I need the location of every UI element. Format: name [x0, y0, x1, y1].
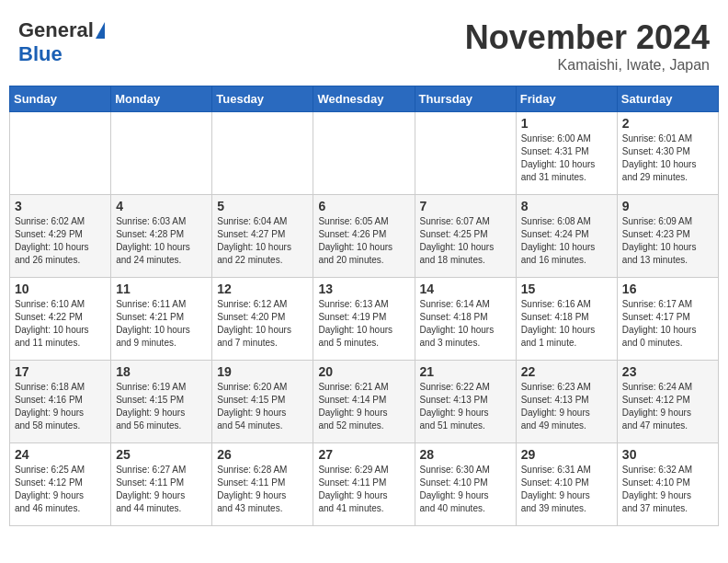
day-cell: 7Sunrise: 6:07 AM Sunset: 4:25 PM Daylig… — [415, 195, 516, 278]
day-number: 21 — [420, 364, 511, 379]
day-info: Sunrise: 6:19 AM Sunset: 4:15 PM Dayligh… — [116, 381, 207, 432]
day-info: Sunrise: 6:22 AM Sunset: 4:13 PM Dayligh… — [420, 381, 511, 432]
day-info: Sunrise: 6:13 AM Sunset: 4:19 PM Dayligh… — [318, 298, 409, 350]
day-cell: 29Sunrise: 6:31 AM Sunset: 4:10 PM Dayli… — [516, 443, 617, 526]
day-number: 22 — [521, 364, 612, 379]
day-cell: 12Sunrise: 6:12 AM Sunset: 4:20 PM Dayli… — [212, 278, 313, 361]
weekday-header-thursday: Thursday — [415, 86, 516, 112]
day-number: 29 — [521, 447, 612, 462]
day-info: Sunrise: 6:17 AM Sunset: 4:17 PM Dayligh… — [622, 298, 713, 350]
day-number: 15 — [521, 282, 612, 296]
day-cell: 6Sunrise: 6:05 AM Sunset: 4:26 PM Daylig… — [313, 195, 415, 278]
day-info: Sunrise: 6:01 AM Sunset: 4:30 PM Dayligh… — [622, 132, 713, 184]
day-number: 26 — [217, 447, 308, 462]
week-row-1: 1Sunrise: 6:00 AM Sunset: 4:31 PM Daylig… — [10, 112, 719, 195]
day-number: 27 — [318, 447, 409, 462]
weekday-header-saturday: Saturday — [617, 86, 718, 112]
day-info: Sunrise: 6:12 AM Sunset: 4:20 PM Dayligh… — [217, 298, 308, 350]
day-info: Sunrise: 6:11 AM Sunset: 4:21 PM Dayligh… — [116, 298, 207, 350]
title-block: November 2024 Kamaishi, Iwate, Japan — [465, 18, 710, 74]
week-row-4: 17Sunrise: 6:18 AM Sunset: 4:16 PM Dayli… — [10, 361, 719, 443]
day-info: Sunrise: 6:00 AM Sunset: 4:31 PM Dayligh… — [521, 132, 612, 184]
day-cell: 19Sunrise: 6:20 AM Sunset: 4:15 PM Dayli… — [212, 361, 313, 443]
week-row-3: 10Sunrise: 6:10 AM Sunset: 4:22 PM Dayli… — [10, 278, 719, 361]
day-number: 8 — [521, 199, 612, 213]
day-info: Sunrise: 6:09 AM Sunset: 4:23 PM Dayligh… — [622, 215, 713, 267]
day-cell — [415, 112, 516, 195]
day-cell: 11Sunrise: 6:11 AM Sunset: 4:21 PM Dayli… — [111, 278, 212, 361]
day-number: 25 — [116, 447, 207, 462]
day-cell: 25Sunrise: 6:27 AM Sunset: 4:11 PM Dayli… — [111, 443, 212, 526]
logo-blue-text: Blue — [18, 42, 63, 66]
day-number: 11 — [116, 282, 207, 296]
day-cell: 1Sunrise: 6:00 AM Sunset: 4:31 PM Daylig… — [516, 112, 617, 195]
day-cell: 4Sunrise: 6:03 AM Sunset: 4:28 PM Daylig… — [111, 195, 212, 278]
day-info: Sunrise: 6:23 AM Sunset: 4:13 PM Dayligh… — [521, 381, 612, 432]
weekday-header-monday: Monday — [111, 86, 212, 112]
weekday-header-sunday: Sunday — [10, 86, 111, 112]
day-info: Sunrise: 6:04 AM Sunset: 4:27 PM Dayligh… — [217, 215, 308, 267]
day-cell: 16Sunrise: 6:17 AM Sunset: 4:17 PM Dayli… — [617, 278, 718, 361]
day-number: 12 — [217, 282, 308, 296]
day-cell: 22Sunrise: 6:23 AM Sunset: 4:13 PM Dayli… — [516, 361, 617, 443]
day-info: Sunrise: 6:32 AM Sunset: 4:10 PM Dayligh… — [622, 464, 713, 515]
day-number: 9 — [622, 199, 713, 213]
day-cell: 23Sunrise: 6:24 AM Sunset: 4:12 PM Dayli… — [617, 361, 718, 443]
day-number: 2 — [622, 116, 713, 131]
logo: General Blue — [18, 18, 105, 66]
day-cell: 28Sunrise: 6:30 AM Sunset: 4:10 PM Dayli… — [415, 443, 516, 526]
day-number: 23 — [622, 364, 713, 379]
day-cell — [212, 112, 313, 195]
day-cell: 9Sunrise: 6:09 AM Sunset: 4:23 PM Daylig… — [617, 195, 718, 278]
calendar-table: SundayMondayTuesdayWednesdayThursdayFrid… — [9, 86, 719, 526]
weekday-header-tuesday: Tuesday — [212, 86, 313, 112]
day-info: Sunrise: 6:28 AM Sunset: 4:11 PM Dayligh… — [217, 464, 308, 515]
day-info: Sunrise: 6:29 AM Sunset: 4:11 PM Dayligh… — [318, 464, 409, 515]
day-number: 19 — [217, 364, 308, 379]
day-number: 3 — [15, 199, 106, 213]
location: Kamaishi, Iwate, Japan — [465, 57, 710, 74]
day-number: 1 — [521, 116, 612, 131]
day-number: 20 — [318, 364, 409, 379]
weekday-header-wednesday: Wednesday — [313, 86, 415, 112]
day-cell: 3Sunrise: 6:02 AM Sunset: 4:29 PM Daylig… — [10, 195, 111, 278]
day-cell: 5Sunrise: 6:04 AM Sunset: 4:27 PM Daylig… — [212, 195, 313, 278]
day-cell — [313, 112, 415, 195]
day-cell: 10Sunrise: 6:10 AM Sunset: 4:22 PM Dayli… — [10, 278, 111, 361]
day-cell: 15Sunrise: 6:16 AM Sunset: 4:18 PM Dayli… — [516, 278, 617, 361]
week-row-2: 3Sunrise: 6:02 AM Sunset: 4:29 PM Daylig… — [10, 195, 719, 278]
day-cell: 2Sunrise: 6:01 AM Sunset: 4:30 PM Daylig… — [617, 112, 718, 195]
weekday-header-row: SundayMondayTuesdayWednesdayThursdayFrid… — [10, 86, 719, 112]
day-info: Sunrise: 6:10 AM Sunset: 4:22 PM Dayligh… — [15, 298, 106, 350]
logo-general-text: General — [18, 18, 94, 42]
day-cell: 8Sunrise: 6:08 AM Sunset: 4:24 PM Daylig… — [516, 195, 617, 278]
day-cell — [111, 112, 212, 195]
day-number: 18 — [116, 364, 207, 379]
day-number: 10 — [15, 282, 106, 296]
day-info: Sunrise: 6:20 AM Sunset: 4:15 PM Dayligh… — [217, 381, 308, 432]
day-info: Sunrise: 6:27 AM Sunset: 4:11 PM Dayligh… — [116, 464, 207, 515]
day-info: Sunrise: 6:30 AM Sunset: 4:10 PM Dayligh… — [420, 464, 511, 515]
page-header: General Blue November 2024 Kamaishi, Iwa… — [9, 9, 719, 78]
day-info: Sunrise: 6:03 AM Sunset: 4:28 PM Dayligh… — [116, 215, 207, 267]
day-info: Sunrise: 6:14 AM Sunset: 4:18 PM Dayligh… — [420, 298, 511, 350]
day-number: 14 — [420, 282, 511, 296]
day-info: Sunrise: 6:16 AM Sunset: 4:18 PM Dayligh… — [521, 298, 612, 350]
day-number: 5 — [217, 199, 308, 213]
day-number: 4 — [116, 199, 207, 213]
day-info: Sunrise: 6:07 AM Sunset: 4:25 PM Dayligh… — [420, 215, 511, 267]
day-info: Sunrise: 6:24 AM Sunset: 4:12 PM Dayligh… — [622, 381, 713, 432]
day-number: 7 — [420, 199, 511, 213]
day-info: Sunrise: 6:18 AM Sunset: 4:16 PM Dayligh… — [15, 381, 106, 432]
day-number: 17 — [15, 364, 106, 379]
day-info: Sunrise: 6:31 AM Sunset: 4:10 PM Dayligh… — [521, 464, 612, 515]
day-cell: 17Sunrise: 6:18 AM Sunset: 4:16 PM Dayli… — [10, 361, 111, 443]
day-cell: 18Sunrise: 6:19 AM Sunset: 4:15 PM Dayli… — [111, 361, 212, 443]
day-cell: 30Sunrise: 6:32 AM Sunset: 4:10 PM Dayli… — [617, 443, 718, 526]
calendar-body: 1Sunrise: 6:00 AM Sunset: 4:31 PM Daylig… — [10, 112, 719, 526]
day-info: Sunrise: 6:21 AM Sunset: 4:14 PM Dayligh… — [318, 381, 409, 432]
day-number: 16 — [622, 282, 713, 296]
weekday-header-friday: Friday — [516, 86, 617, 112]
day-cell — [10, 112, 111, 195]
day-cell: 24Sunrise: 6:25 AM Sunset: 4:12 PM Dayli… — [10, 443, 111, 526]
